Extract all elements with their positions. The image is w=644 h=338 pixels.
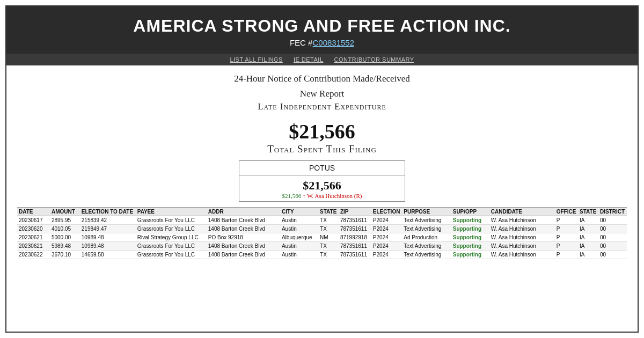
cell-city: Austin — [280, 251, 318, 259]
cell-supopp: Supporting — [451, 225, 489, 233]
col-header-date: DATE — [17, 208, 50, 216]
cell-office: P — [555, 233, 578, 242]
cell-candidate: W. Asa Hutchinson — [489, 242, 555, 251]
cell-city: Austin — [280, 242, 318, 251]
col-header-district: DISTRICT — [598, 208, 627, 216]
cell-zip: 871992918 — [339, 233, 371, 242]
report-title-line1: 24-Hour Notice of Contribution Made/Rece… — [234, 72, 410, 86]
cell-candidate: W. Asa Hutchinson — [489, 216, 555, 225]
cell-purpose: Text Advertising — [402, 251, 451, 259]
total-amount: $21,566 — [289, 120, 355, 143]
table-row: 202306215000.0010989.48Rival Strategy Gr… — [17, 233, 627, 242]
col-header-state: STATE — [318, 208, 339, 216]
cell-addr: 1408 Barton Creek Blvd — [207, 216, 280, 225]
cell-supopp: Supporting — [451, 251, 489, 259]
col-header-off-state: STATE — [578, 208, 598, 216]
col-header-amount: AMOUNT — [50, 208, 80, 216]
cell-candidate: W. Asa Hutchinson — [489, 251, 555, 259]
cell-city: Austin — [280, 225, 318, 233]
nav-bar: LIST ALL FILINGS IE DETAIL CONTRIBUTOR S… — [6, 54, 638, 65]
fec-id-link[interactable]: C00831552 — [312, 38, 354, 47]
cell-election-to-date: 215839.42 — [80, 216, 136, 225]
nav-contributor-summary[interactable]: CONTRIBUTOR SUMMARY — [334, 56, 414, 63]
cell-amount: 4010.05 — [50, 225, 80, 233]
cell-purpose: Text Advertising — [402, 216, 451, 225]
cell-election-to-date: 14659.58 — [80, 251, 136, 259]
potus-arrow: ↑ — [303, 193, 306, 199]
cell-payee: Grassroots For You LLC — [136, 251, 207, 259]
cell-date: 20230617 — [17, 216, 50, 225]
table-header-row: DATE AMOUNT ELECTION TO DATE PAYEE ADDR … — [17, 208, 627, 216]
cell-amount: 5989.48 — [50, 242, 80, 251]
cell-addr: PO Box 92918 — [207, 233, 280, 242]
table-row: 202306215989.4810989.48Grassroots For Yo… — [17, 242, 627, 251]
cell-district: 00 — [598, 216, 627, 225]
cell-payee: Grassroots For You LLC — [136, 216, 207, 225]
cell-purpose: Text Advertising — [402, 225, 451, 233]
cell-office: P — [555, 251, 578, 259]
cell-off-state: IA — [578, 216, 598, 225]
expenditure-table: DATE AMOUNT ELECTION TO DATE PAYEE ADDR … — [17, 207, 627, 259]
cell-date: 20230621 — [17, 233, 50, 242]
cell-amount: 3670.10 — [50, 251, 80, 259]
cell-purpose: Ad Production — [402, 233, 451, 242]
col-header-office: OFFICE — [555, 208, 578, 216]
col-header-payee: PAYEE — [136, 208, 207, 216]
cell-office: P — [555, 225, 578, 233]
table-row: 202306172895.95215839.42Grassroots For Y… — [17, 216, 627, 225]
cell-election: P2024 — [371, 251, 402, 259]
cell-candidate: W. Asa Hutchinson — [489, 233, 555, 242]
nav-ie-detail[interactable]: IE DETAIL — [294, 56, 324, 63]
cell-purpose: Text Advertising — [402, 242, 451, 251]
cell-election-to-date: 219849.47 — [80, 225, 136, 233]
cell-off-state: IA — [578, 242, 598, 251]
cell-district: 00 — [598, 242, 627, 251]
header: AMERICA STRONG AND FREE ACTION INC. FEC … — [6, 6, 638, 54]
cell-election-to-date: 10989.48 — [80, 242, 136, 251]
main-content: 24-Hour Notice of Contribution Made/Rece… — [6, 65, 638, 332]
report-title-line2: New Report — [300, 87, 345, 101]
cell-date: 20230622 — [17, 251, 50, 259]
potus-body: $21,566 $21,566 ↑ W. Asa Hutchinson (R) — [239, 175, 405, 201]
potus-detail: $21,566 ↑ W. Asa Hutchinson (R) — [243, 193, 401, 199]
cell-payee: Rival Strategy Group LLC — [136, 233, 207, 242]
cell-candidate: W. Asa Hutchinson — [489, 225, 555, 233]
cell-supopp: Supporting — [451, 233, 489, 242]
cell-zip: 787351611 — [339, 216, 371, 225]
cell-payee: Grassroots For You LLC — [136, 242, 207, 251]
cell-state: TX — [318, 242, 339, 251]
cell-zip: 787351611 — [339, 225, 371, 233]
table-row: 202306223670.1014659.58Grassroots For Yo… — [17, 251, 627, 259]
total-label: Total Spent This Filing — [267, 143, 377, 155]
cell-amount: 2895.95 — [50, 216, 80, 225]
potus-header: POTUS — [239, 161, 405, 175]
col-header-zip: ZIP — [339, 208, 371, 216]
cell-addr: 1408 Barton Creek Blvd — [207, 225, 280, 233]
report-subtitle: Late Independent Expenditure — [258, 101, 386, 112]
potus-amount: $21,566 — [243, 179, 401, 193]
col-header-addr: ADDR — [207, 208, 280, 216]
cell-zip: 787351611 — [339, 251, 371, 259]
cell-addr: 1408 Barton Creek Blvd — [207, 242, 280, 251]
table-row: 202306204010.05219849.47Grassroots For Y… — [17, 225, 627, 233]
cell-state: TX — [318, 216, 339, 225]
cell-supopp: Supporting — [451, 216, 489, 225]
cell-zip: 787351611 — [339, 242, 371, 251]
cell-supopp: Supporting — [451, 242, 489, 251]
cell-amount: 5000.00 — [50, 233, 80, 242]
cell-payee: Grassroots For You LLC — [136, 225, 207, 233]
cell-addr: 1408 Barton Creek Blvd — [207, 251, 280, 259]
col-header-candidate: CANDIDATE — [489, 208, 555, 216]
potus-candidate-name: W. Asa Hutchinson (R) — [307, 193, 362, 199]
cell-date: 20230621 — [17, 242, 50, 251]
cell-city: Albuquerque — [280, 233, 318, 242]
cell-district: 00 — [598, 251, 627, 259]
cell-district: 00 — [598, 233, 627, 242]
cell-off-state: IA — [578, 233, 598, 242]
cell-date: 20230620 — [17, 225, 50, 233]
fec-line: FEC #C00831552 — [12, 38, 632, 47]
nav-list-all-filings[interactable]: LIST ALL FILINGS — [230, 56, 283, 63]
cell-election: P2024 — [371, 242, 402, 251]
org-title: AMERICA STRONG AND FREE ACTION INC. — [12, 16, 632, 36]
cell-office: P — [555, 216, 578, 225]
